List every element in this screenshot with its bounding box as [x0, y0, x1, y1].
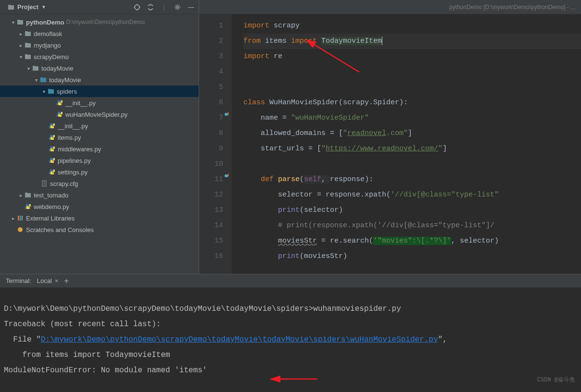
scratch-icon — [16, 226, 24, 233]
tree-label: items.py — [58, 134, 81, 141]
tree-item-middlewares[interactable]: middlewares.py — [0, 143, 199, 155]
project-tree[interactable]: ▾ pythonDemo D:\mywork\Demo\pythonDemo ▸… — [0, 14, 199, 274]
window-title-bar: pythonDemo [D:\mywork\Demo\pythonDemo] -… — [199, 0, 581, 14]
chevron-down-icon[interactable]: ▾ — [17, 54, 24, 60]
package-icon — [39, 76, 47, 84]
tree-item-pipelines[interactable]: pipelines.py — [0, 155, 199, 166]
line-number: 15 — [199, 233, 223, 249]
line-number: 8 — [199, 126, 223, 141]
line-number: 5 — [199, 80, 223, 95]
chevron-right-icon[interactable]: ▸ — [17, 43, 24, 48]
chevron-down-icon[interactable]: ▾ — [40, 89, 47, 94]
svg-rect-21 — [48, 89, 51, 90]
svg-rect-15 — [25, 54, 27, 56]
svg-rect-9 — [17, 20, 20, 21]
terminal-header: Terminal: Local × + — [0, 274, 581, 288]
svg-rect-28 — [25, 193, 27, 194]
tree-label: scrapy.cfg — [50, 180, 78, 187]
tree-item-todaymovie1[interactable]: ▾todayMovie — [0, 62, 199, 74]
folder-icon — [24, 30, 32, 37]
tree-label: spiders — [57, 88, 77, 95]
tree-root-label: pythonDemo — [26, 19, 64, 26]
tree-item-items[interactable]: items.py — [0, 132, 199, 143]
chevron-down-icon[interactable]: ▾ — [10, 20, 16, 25]
terminal-title: Terminal: — [6, 277, 31, 284]
project-header: Project ▼ | — — [0, 0, 199, 14]
override-icon[interactable] — [223, 107, 231, 122]
tree-item-scratches[interactable]: ▸Scratches and Consoles — [0, 224, 199, 235]
python-file-icon — [48, 145, 56, 153]
python-file-icon — [48, 122, 56, 130]
svg-rect-1 — [8, 5, 11, 6]
terminal-tab-label: Local — [37, 277, 52, 284]
watermark: CSDN @奋斗鱼 — [537, 372, 575, 388]
tree-item-mydjango[interactable]: ▸mydjango — [0, 39, 199, 51]
folder-icon — [16, 18, 24, 26]
package-icon — [47, 87, 55, 95]
svg-rect-17 — [33, 66, 35, 67]
tree-item-scrapycfg[interactable]: scrapy.cfg — [0, 178, 199, 189]
divider: | — [160, 3, 168, 11]
svg-point-7 — [177, 6, 178, 8]
tree-item-todaymovie2[interactable]: ▾todayMovie — [0, 74, 199, 86]
folder-icon — [24, 53, 32, 61]
code-area[interactable]: import scrapy from items import Todaymov… — [232, 14, 581, 274]
svg-rect-13 — [25, 43, 27, 44]
target-icon[interactable] — [133, 3, 141, 11]
line-number: 12 — [199, 187, 223, 203]
chevron-right-icon[interactable]: ▸ — [17, 193, 24, 198]
expand-icon[interactable] — [147, 3, 154, 11]
code-editor[interactable]: 1 2 3 4 5 6 7 8 9 10 11 12 13 14 15 16 — [199, 14, 581, 274]
gear-icon[interactable] — [174, 3, 181, 11]
override-icon[interactable] — [223, 168, 231, 184]
terminal-body[interactable]: D:\mywork\Demo\pythonDemo\scrapyDemo\tod… — [0, 288, 581, 392]
line-number: 14 — [199, 218, 223, 233]
chevron-down-icon[interactable]: ▾ — [33, 77, 39, 83]
close-icon[interactable]: × — [55, 277, 59, 284]
chevron-right-icon[interactable]: ▸ — [17, 31, 24, 37]
svg-rect-11 — [25, 31, 27, 33]
svg-point-2 — [135, 5, 139, 10]
line-number: 9 — [199, 141, 223, 157]
tree-item-wuhanspider[interactable]: wuHanMovieSpider.py — [0, 109, 199, 120]
tree-label: settings.py — [58, 169, 88, 176]
python-file-icon — [56, 99, 63, 107]
line-number: 3 — [199, 49, 223, 64]
add-terminal-icon[interactable]: + — [64, 277, 68, 285]
tree-item-demoflask[interactable]: ▸demoflask — [0, 28, 199, 39]
python-file-icon — [48, 134, 56, 141]
line-number: 16 — [199, 249, 223, 264]
terminal-tab[interactable]: Local × — [37, 277, 59, 284]
tree-root[interactable]: ▾ pythonDemo D:\mywork\Demo\pythonDemo — [0, 16, 199, 28]
tree-item-scrapydemo[interactable]: ▾scrapyDemo — [0, 51, 199, 62]
tree-item-init1[interactable]: __init__.py — [0, 97, 199, 109]
terminal-line: ModuleNotFoundError: No module named 'it… — [4, 366, 207, 375]
terminal-line: ", — [438, 335, 447, 344]
tree-item-spiders[interactable]: ▾spiders — [0, 86, 199, 97]
svg-rect-30 — [20, 216, 21, 220]
minimize-icon[interactable]: — — [187, 3, 195, 11]
tree-label: __init__.py — [65, 99, 96, 107]
python-file-icon — [24, 203, 32, 210]
terminal-line: Traceback (most recent call last): — [4, 320, 161, 329]
tree-label: Scratches and Consoles — [26, 226, 94, 233]
tree-item-external-libs[interactable]: ▸External Libraries — [0, 212, 199, 224]
editor-panel: pythonDemo [D:\mywork\Demo\pythonDemo] -… — [199, 0, 581, 274]
terminal-line: from items import TodaymovieItem — [4, 351, 170, 359]
line-number: 10 — [199, 157, 223, 172]
tree-item-settings[interactable]: settings.py — [0, 166, 199, 178]
chevron-down-icon[interactable]: ▾ — [25, 66, 32, 71]
terminal-link[interactable]: D:\mywork\Demo\pythonDemo\scrapyDemo\tod… — [41, 335, 438, 344]
tree-root-path: D:\mywork\Demo\pythonDemo — [66, 19, 144, 25]
tree-item-webdemo[interactable]: ▸webdemo.py — [0, 201, 199, 212]
tree-item-init2[interactable]: __init__.py — [0, 120, 199, 132]
tree-label: middlewares.py — [58, 146, 101, 153]
svg-rect-19 — [40, 77, 43, 79]
project-dropdown[interactable]: Project ▼ — [4, 2, 50, 12]
chevron-right-icon[interactable]: ▸ — [10, 216, 16, 221]
tree-item-testtornado[interactable]: ▸test_tornado — [0, 189, 199, 201]
line-number: 2 — [199, 34, 223, 49]
tree-label: __init__.py — [58, 122, 88, 130]
tree-label: pipelines.py — [58, 157, 91, 164]
project-panel: Project ▼ | — ▾ pythonDemo D:\mywork\Dem… — [0, 0, 199, 274]
